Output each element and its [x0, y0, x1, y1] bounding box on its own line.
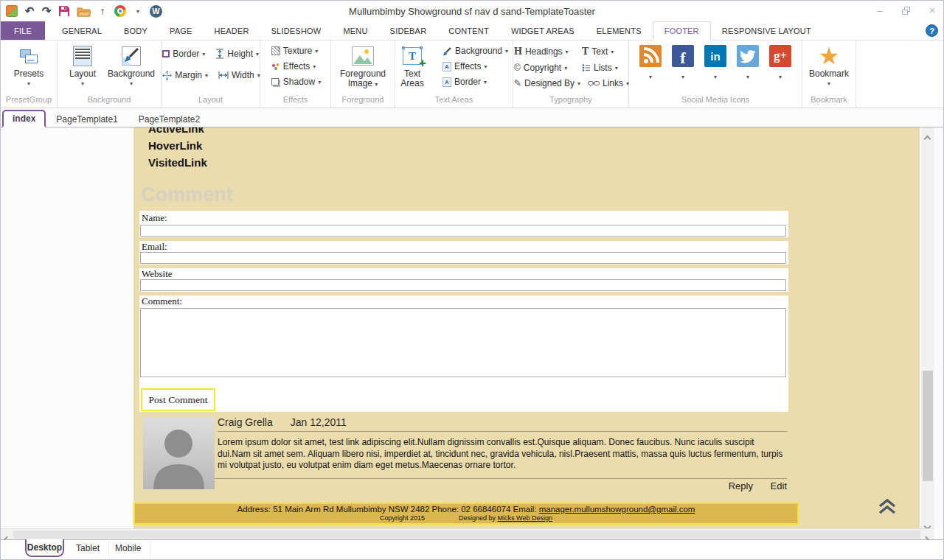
wordpress-button[interactable]: W: [150, 4, 162, 18]
width-icon: [218, 71, 229, 80]
footer-email-link[interactable]: manager.mullumshowground@gmail.com: [539, 505, 695, 514]
ribbon-tab-bar: FILE GENERAL BODY PAGE HEADER SLIDESHOW …: [1, 21, 943, 41]
restore-button[interactable]: [902, 7, 910, 15]
copyright-icon: ©: [514, 63, 521, 73]
back-to-top-button[interactable]: [877, 498, 898, 516]
edit-link[interactable]: Edit: [771, 480, 787, 491]
tab-body[interactable]: BODY: [113, 21, 159, 40]
tab-responsive-layout[interactable]: RESPONSIVE LAYOUT: [711, 21, 822, 40]
comment-textarea[interactable]: [140, 308, 786, 377]
hover-link[interactable]: HoverLink: [148, 137, 207, 154]
width-button[interactable]: Width ▾: [218, 70, 260, 80]
vertical-scrollbar-thumb[interactable]: [923, 371, 933, 481]
tab-menu[interactable]: MENU: [332, 21, 378, 40]
chrome-icon: [114, 5, 126, 17]
open-button[interactable]: [77, 4, 91, 18]
tab-elements[interactable]: ELEMENTS: [586, 21, 653, 40]
publish-button[interactable]: ↑: [97, 4, 108, 18]
active-link[interactable]: ActiveLink: [148, 127, 207, 137]
page-tab-pagetemplate1[interactable]: PageTemplate1: [46, 111, 128, 127]
border-button[interactable]: Border ▾: [162, 49, 205, 59]
ribbon-group-foreground: Foreground Image ▾ Foreground: [331, 41, 395, 108]
commenter-avatar: [143, 417, 215, 489]
window-controls: – ×: [872, 4, 940, 17]
texture-button[interactable]: Texture ▾: [271, 46, 321, 56]
text-areas-border-button[interactable]: A Border ▾: [442, 77, 508, 87]
tab-widget-areas[interactable]: WIDGET AREAS: [500, 21, 586, 40]
tab-slideshow[interactable]: SLIDESHOW: [260, 21, 333, 40]
visited-link[interactable]: VisitedLink: [148, 154, 207, 171]
preview-chrome-button[interactable]: [114, 4, 126, 18]
page-tab-pagetemplate2[interactable]: PageTemplate2: [128, 111, 210, 127]
ribbon-group-effects: Texture ▾ Effects ▾ Shadow ▾ Effects: [260, 41, 331, 108]
name-input[interactable]: [140, 225, 786, 237]
minimize-button[interactable]: –: [872, 4, 888, 17]
undo-button[interactable]: ↶: [24, 4, 35, 18]
close-button[interactable]: ×: [924, 4, 940, 17]
headings-button[interactable]: H Headings ▾: [514, 46, 582, 57]
scroll-up-arrow[interactable]: [925, 131, 931, 137]
save-button[interactable]: [58, 4, 70, 18]
tab-footer[interactable]: FOOTER: [653, 21, 711, 41]
tab-content[interactable]: CONTENT: [437, 21, 500, 40]
ribbon-group-layout: Border ▾ Height ▾ Margin ▾: [162, 41, 260, 108]
margin-button[interactable]: Margin ▾: [162, 70, 208, 80]
group-label-background: Background: [58, 95, 161, 108]
foreground-image-button[interactable]: Foreground Image ▾: [336, 41, 390, 95]
ribbon-group-background: Layout ▾ Background ▾ Background: [58, 41, 162, 108]
vertical-scrollbar[interactable]: [921, 127, 934, 528]
tab-sidebar[interactable]: SIDEBAR: [379, 21, 438, 40]
help-button[interactable]: ?: [926, 24, 938, 37]
horizontal-scrollbar[interactable]: [1, 528, 934, 539]
email-input[interactable]: [140, 252, 786, 264]
height-button[interactable]: Height ▾: [215, 49, 259, 59]
shadow-button[interactable]: Shadow ▾: [271, 77, 321, 87]
device-tab-desktop[interactable]: Desktop: [25, 539, 64, 557]
copyright-button[interactable]: © Copyright ▾: [514, 63, 582, 73]
effects-button[interactable]: Effects ▾: [271, 61, 321, 71]
preview-dropdown[interactable]: ▾: [133, 4, 143, 18]
scroll-down-arrow[interactable]: [925, 519, 931, 525]
presets-button[interactable]: Presets ▾: [10, 41, 48, 95]
layout-button[interactable]: Layout ▾: [63, 41, 102, 95]
group-label-presetgroup: PresetGroup: [1, 95, 57, 108]
text-areas-effects-button[interactable]: A Effects ▾: [442, 61, 508, 71]
reply-link[interactable]: Reply: [729, 480, 753, 491]
website-input[interactable]: [140, 279, 786, 291]
tab-general[interactable]: GENERAL: [51, 21, 113, 40]
background-brush-icon: [122, 46, 141, 66]
page-tab-index[interactable]: index: [2, 110, 46, 127]
group-label-text-areas: Text Areas: [395, 95, 513, 108]
device-tab-tablet[interactable]: Tablet: [67, 539, 109, 557]
text-areas-button[interactable]: T+ Text Areas: [395, 41, 429, 95]
text-areas-background-button[interactable]: Background ▾: [442, 46, 508, 56]
background-button[interactable]: Background ▾: [108, 41, 155, 95]
facebook-button[interactable]: f ▾: [672, 45, 694, 80]
quick-access-toolbar: ↶ ↷ ↑ ▾ W: [1, 4, 162, 18]
text-areas-icon: T+: [403, 47, 422, 65]
tab-file[interactable]: FILE: [1, 21, 45, 40]
comment-author: Craig Grella: [218, 416, 273, 428]
layout-icon: [73, 46, 92, 66]
designed-by-button[interactable]: ✎ Designed By ▾: [514, 78, 588, 88]
group-label-effects: Effects: [260, 95, 330, 108]
horizontal-scrollbar-thumb[interactable]: [13, 531, 920, 539]
redo-button[interactable]: ↷: [41, 4, 52, 18]
post-comment-button[interactable]: Post Comment: [141, 388, 215, 411]
footer-address-text: Address: 51 Main Arm Rd Mullumbimby NSW …: [237, 505, 539, 514]
tab-header[interactable]: HEADER: [204, 21, 260, 40]
google-plus-button[interactable]: g+ ▾: [769, 45, 791, 80]
footer-designer-link[interactable]: Micks Web Design: [498, 514, 552, 522]
device-tab-mobile[interactable]: Mobile: [106, 539, 150, 557]
lists-button[interactable]: Lists ▾: [582, 63, 618, 73]
links-button[interactable]: Links ▾: [588, 78, 629, 88]
twitter-button[interactable]: ▾: [737, 45, 759, 80]
rss-button[interactable]: ▾: [639, 45, 662, 80]
brush-icon: [442, 46, 452, 56]
bookmark-star-icon: ★: [819, 45, 840, 67]
linkedin-button[interactable]: in ▾: [704, 45, 726, 80]
tab-page[interactable]: PAGE: [159, 21, 204, 40]
text-button[interactable]: T Text ▾: [582, 46, 614, 57]
bookmark-button[interactable]: ★ Bookmark ▾: [809, 41, 849, 95]
texture-icon: [271, 46, 280, 55]
